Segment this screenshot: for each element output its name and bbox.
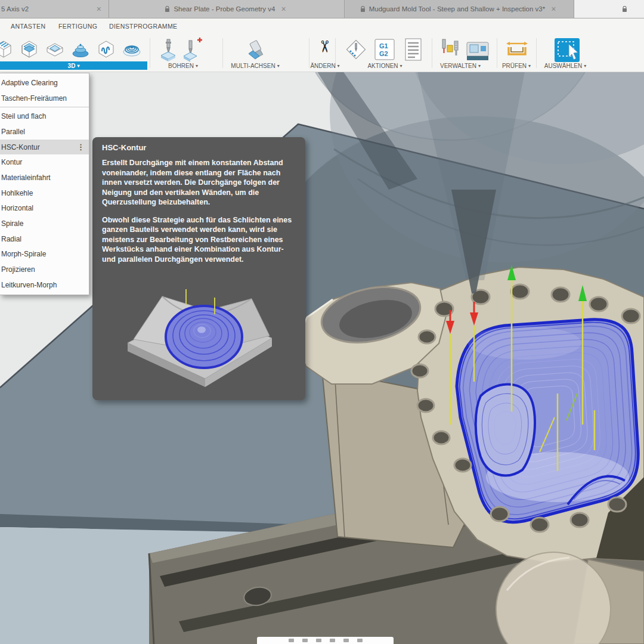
pan-icon[interactable] [302, 639, 308, 642]
group-verwalten-dropdown[interactable]: VERWALTEN▾ [431, 61, 490, 70]
menu-item-morph-spirale[interactable]: Morph-Spirale [0, 247, 89, 262]
overflow-menu-icon[interactable]: ⋮ [77, 143, 89, 151]
tooltip-preview-image [116, 273, 283, 392]
document-tab-bar: 5 Axis v2 × Shear Plate - Probe Geometry… [0, 0, 644, 18]
dropdown-arrow-icon: ▾ [196, 63, 198, 69]
lock-icon [360, 6, 366, 13]
dropdown-arrow-icon: ▾ [77, 63, 79, 69]
group-multi-achsen-dropdown[interactable]: MULTI-ACHSEN▾ [225, 61, 285, 70]
ribbon-tab-dienstprogramme[interactable]: DIENSTPROGRAMME [109, 23, 178, 30]
strategy-icon-swarf[interactable] [95, 37, 117, 61]
menu-item-kontur[interactable]: Kontur [0, 154, 89, 170]
menu-item-taschen-freiraeumen[interactable]: Taschen-Freiräumen [0, 91, 89, 106]
strategy-dropdown-menu: Adaptive Clearing Taschen-Freiräumen Ste… [0, 73, 89, 295]
dropdown-arrow-icon: ▾ [400, 63, 402, 69]
tooltip-title: HSC-Kontur [102, 143, 296, 152]
grid-icon[interactable] [357, 639, 363, 642]
dropdown-arrow-icon: ▾ [338, 63, 340, 69]
strategy-icon-adaptive[interactable] [0, 37, 14, 61]
close-icon[interactable]: × [94, 5, 104, 13]
menu-item-parallel[interactable]: Parallel [0, 124, 89, 140]
group-bohren-dropdown[interactable]: BOHREN▾ [156, 61, 210, 70]
post-process-icon[interactable]: G1G2 [372, 37, 397, 62]
menu-item-adaptive-clearing[interactable]: Adaptive Clearing [0, 75, 89, 91]
dropdown-arrow-icon: ▾ [478, 63, 481, 69]
menu-item-projizieren[interactable]: Projizieren [0, 262, 89, 277]
zoom-icon[interactable] [316, 639, 321, 642]
display-settings-icon[interactable] [343, 639, 349, 642]
menu-item-hohlkehle[interactable]: Hohlkehle [0, 185, 89, 201]
multi-axis-icon[interactable] [243, 37, 271, 63]
right-fixture[interactable] [496, 552, 644, 644]
doc-tab-label: 5 Axis v2 [1, 5, 29, 13]
svg-text:G1: G1 [379, 42, 388, 49]
menu-item-leitkurven-morph[interactable]: Leitkurven-Morph [0, 277, 89, 293]
menu-item-spirale[interactable]: Spirale [0, 216, 89, 231]
ribbon: ANTASTEN FERTIGUNG DIENSTPROGRAMME ✂ [0, 18, 644, 72]
doc-tab-2[interactable]: Shear Plate - Probe Geometry v4 × [109, 0, 345, 18]
menu-item-materialeinfahrt[interactable]: Materialeinfahrt [0, 170, 89, 185]
dropdown-arrow-icon: ▾ [584, 63, 586, 69]
strategy-tooltip: HSC-Kontur Erstellt Durchgänge mit einem… [92, 137, 305, 400]
strategy-icon-terrace[interactable] [70, 37, 91, 61]
view-navigation-bar[interactable] [257, 637, 394, 644]
setup-sheet-icon[interactable] [401, 37, 426, 62]
lock-icon [165, 6, 170, 13]
drill-add-icon[interactable] [181, 37, 205, 63]
menu-item-hsc-kontur[interactable]: HSC-Kontur ⋮ [0, 140, 89, 155]
close-icon[interactable]: × [278, 5, 288, 13]
orbit-icon[interactable] [289, 639, 294, 642]
lock-icon [622, 6, 627, 13]
group-aendern-dropdown[interactable]: ÄNDERN▾ [301, 61, 349, 70]
dropdown-arrow-icon: ▾ [277, 63, 280, 69]
strategy-icon-pocket[interactable] [18, 37, 40, 61]
doc-tab-4[interactable] [574, 0, 644, 18]
group-auswaehlen-dropdown[interactable]: AUSWÄHLEN▾ [537, 61, 594, 70]
drill-icon[interactable] [156, 37, 180, 63]
close-icon[interactable]: × [549, 5, 558, 13]
tooltip-paragraph-1: Erstellt Durchgänge mit einem konstanten… [102, 158, 296, 208]
select-icon[interactable] [553, 37, 581, 63]
group-pruefen-dropdown[interactable]: PRÜFEN▾ [493, 61, 540, 70]
menu-item-steil-und-flach[interactable]: Steil und flach [0, 109, 89, 124]
pocket-toolpath[interactable] [457, 320, 638, 522]
doc-tab-label: Shear Plate - Probe Geometry v4 [174, 5, 275, 13]
ribbon-tab-antasten[interactable]: ANTASTEN [11, 23, 45, 30]
doc-tab-3[interactable]: Mudguard Mold Tool - Steep and Shallow +… [345, 0, 574, 18]
strategy-icon-flat[interactable] [44, 37, 66, 61]
fit-icon[interactable] [330, 639, 335, 642]
modify-scissors-icon[interactable]: ✂ [312, 37, 336, 56]
measure-icon[interactable] [504, 37, 530, 61]
strategy-icon-scallop[interactable] [121, 37, 143, 61]
machine-icon[interactable] [465, 37, 491, 63]
dropdown-arrow-icon: ▾ [528, 63, 531, 69]
simulate-icon[interactable] [343, 37, 369, 62]
group-aktionen-dropdown[interactable]: AKTIONEN▾ [357, 61, 413, 70]
tool-library-icon[interactable] [437, 37, 463, 63]
svg-text:G2: G2 [379, 50, 388, 57]
doc-tab-label: Mudguard Mold Tool - Steep and Shallow +… [369, 5, 545, 13]
ribbon-tab-fertigung[interactable]: FERTIGUNG [58, 23, 97, 30]
menu-item-radial[interactable]: Radial [0, 231, 89, 247]
menu-item-horizontal[interactable]: Horizontal [0, 201, 89, 216]
group-3d-dropdown[interactable]: 3D▾ [0, 61, 147, 70]
menu-separator [0, 107, 89, 107]
doc-tab-1[interactable]: 5 Axis v2 × [0, 0, 109, 18]
tooltip-paragraph-2: Obwohl diese Strategie auch für das Schl… [102, 215, 296, 265]
